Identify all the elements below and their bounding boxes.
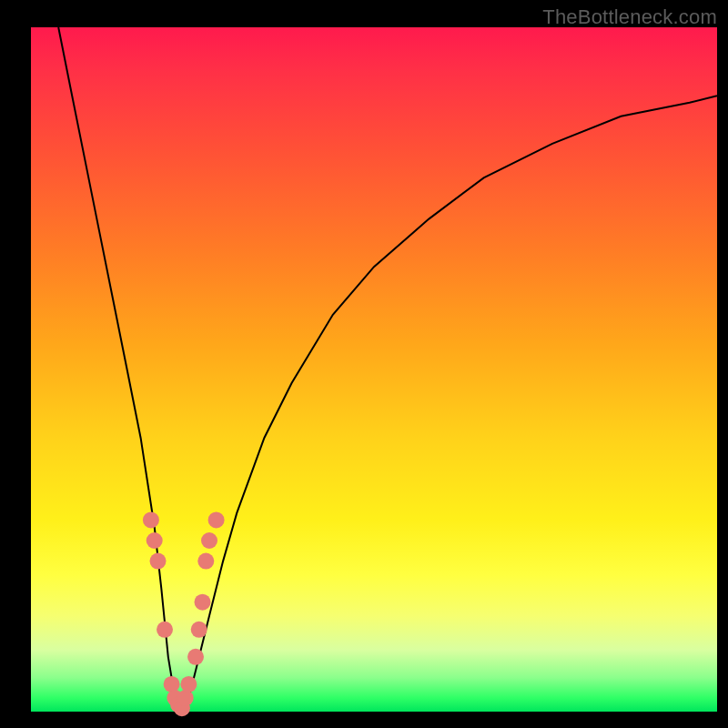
sample-dot [147,532,163,549]
sample-dot [180,676,197,693]
sample-dot [208,511,225,528]
watermark-text: TheBottleneck.com [542,5,717,29]
sample-dot [191,622,207,638]
sample-dots-group [143,511,225,716]
sample-dot [197,553,214,570]
sample-dot [143,511,159,528]
sample-dot [201,532,217,549]
sample-dot [150,553,167,570]
sample-dot [195,594,211,611]
chart-overlay [31,27,717,712]
chart-frame: TheBottleneck.com [0,0,728,728]
sample-dot [177,690,194,706]
sample-dot [187,649,204,665]
sample-dot [157,622,173,638]
sample-dot [164,676,180,693]
bottleneck-curve [58,27,717,712]
